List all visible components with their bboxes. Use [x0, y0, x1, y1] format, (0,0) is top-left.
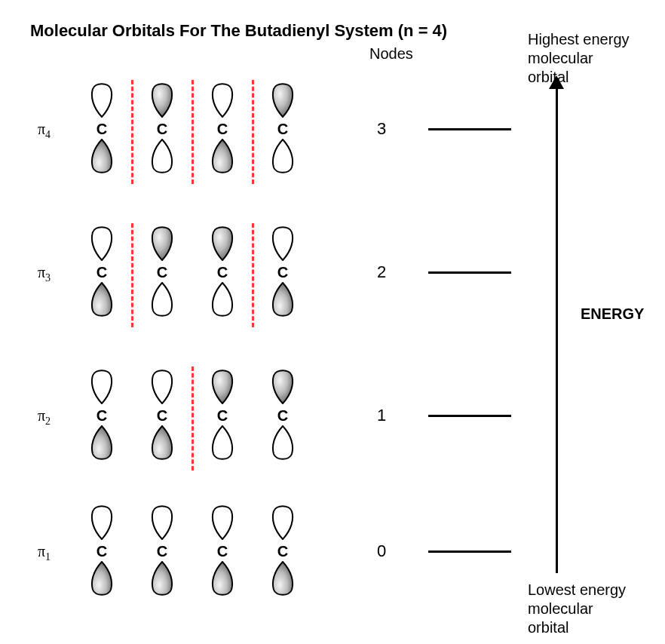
- p-orbital-lobe-top: [150, 80, 174, 118]
- node-count: 2: [377, 262, 386, 282]
- p-orbital-lobe-bottom: [150, 282, 174, 320]
- nodal-plane-line: [252, 223, 254, 327]
- p-orbital-lobe-bottom: [90, 561, 114, 599]
- orbital-column: C: [143, 498, 181, 611]
- orbital-column: C: [204, 75, 241, 189]
- carbon-atom-label: C: [264, 543, 302, 560]
- energy-level-line: [428, 415, 511, 417]
- nodal-plane-line: [252, 80, 254, 184]
- orbital-column: C: [143, 219, 181, 332]
- p-orbital-lobe-top: [210, 223, 234, 261]
- orbital-column: C: [264, 75, 302, 189]
- pi-label: π2: [38, 407, 51, 428]
- p-orbital-lobe-bottom: [90, 282, 114, 320]
- orbital-column: C: [143, 75, 181, 189]
- p-orbital-lobe-top: [90, 80, 114, 118]
- carbon-atom-label: C: [204, 407, 241, 425]
- p-orbital-lobe-bottom: [210, 139, 234, 176]
- carbon-atom-label: C: [143, 543, 181, 560]
- p-orbital-lobe-top: [90, 366, 114, 404]
- energy-level-line: [428, 550, 511, 553]
- orbital-group: CCCC: [83, 362, 324, 475]
- orbital-column: C: [264, 219, 302, 332]
- p-orbital-lobe-bottom: [90, 139, 114, 176]
- p-orbital-lobe-bottom: [150, 561, 174, 599]
- nodal-plane-line: [131, 80, 133, 184]
- orbital-row: π21CCCC: [0, 362, 665, 475]
- orbital-group: CCCC: [83, 219, 324, 332]
- carbon-atom-label: C: [264, 407, 302, 425]
- p-orbital-lobe-top: [90, 502, 114, 540]
- lowest-l3: orbital: [528, 619, 568, 636]
- p-orbital-lobe-top: [150, 502, 174, 540]
- highest-l2: molecular: [528, 50, 593, 66]
- p-orbital-lobe-bottom: [210, 282, 234, 320]
- p-orbital-lobe-bottom: [150, 425, 174, 463]
- node-count: 1: [377, 406, 386, 425]
- carbon-atom-label: C: [83, 543, 121, 560]
- carbon-atom-label: C: [143, 121, 181, 138]
- p-orbital-lobe-bottom: [271, 425, 295, 463]
- diagram-root: { "title": "Molecular Orbitals For The B…: [0, 0, 665, 644]
- p-orbital-lobe-top: [150, 366, 174, 404]
- orbital-row: π43CCCC: [0, 75, 665, 189]
- highest-l1: Highest energy: [528, 31, 630, 48]
- orbital-column: C: [143, 362, 181, 475]
- pi-label: π4: [38, 121, 51, 141]
- pi-label: π3: [38, 264, 51, 284]
- p-orbital-lobe-top: [210, 366, 234, 404]
- pi-label: π1: [38, 543, 51, 563]
- orbital-column: C: [83, 498, 121, 611]
- energy-level-line: [428, 271, 511, 274]
- nodal-plane-line: [192, 80, 194, 184]
- p-orbital-lobe-top: [90, 223, 114, 261]
- diagram-title: Molecular Orbitals For The Butadienyl Sy…: [30, 21, 447, 41]
- carbon-atom-label: C: [83, 407, 121, 425]
- p-orbital-lobe-bottom: [90, 425, 114, 463]
- orbital-column: C: [204, 219, 241, 332]
- p-orbital-lobe-top: [271, 223, 295, 261]
- energy-level-line: [428, 128, 511, 130]
- carbon-atom-label: C: [143, 407, 181, 425]
- p-orbital-lobe-top: [271, 502, 295, 540]
- orbital-row: π10CCCC: [0, 498, 665, 611]
- orbital-column: C: [204, 362, 241, 475]
- orbital-group: CCCC: [83, 75, 324, 189]
- nodal-plane-line: [131, 223, 133, 327]
- p-orbital-lobe-top: [150, 223, 174, 261]
- p-orbital-lobe-bottom: [210, 425, 234, 463]
- orbital-group: CCCC: [83, 498, 324, 611]
- orbital-column: C: [264, 498, 302, 611]
- p-orbital-lobe-top: [271, 80, 295, 118]
- p-orbital-lobe-bottom: [271, 282, 295, 320]
- carbon-atom-label: C: [83, 121, 121, 138]
- p-orbital-lobe-bottom: [271, 561, 295, 599]
- p-orbital-lobe-bottom: [150, 139, 174, 176]
- carbon-atom-label: C: [264, 264, 302, 281]
- orbital-column: C: [83, 75, 121, 189]
- p-orbital-lobe-top: [271, 366, 295, 404]
- nodal-plane-line: [192, 366, 194, 471]
- node-count: 0: [377, 541, 386, 561]
- nodes-header: Nodes: [369, 45, 413, 63]
- orbital-column: C: [83, 362, 121, 475]
- orbital-row: π32CCCC: [0, 219, 665, 332]
- orbital-column: C: [204, 498, 241, 611]
- carbon-atom-label: C: [143, 264, 181, 281]
- carbon-atom-label: C: [204, 121, 241, 138]
- carbon-atom-label: C: [204, 543, 241, 560]
- orbital-column: C: [83, 219, 121, 332]
- carbon-atom-label: C: [83, 264, 121, 281]
- p-orbital-lobe-top: [210, 502, 234, 540]
- node-count: 3: [377, 119, 386, 139]
- orbital-column: C: [264, 362, 302, 475]
- carbon-atom-label: C: [204, 264, 241, 281]
- p-orbital-lobe-bottom: [271, 139, 295, 176]
- p-orbital-lobe-bottom: [210, 561, 234, 599]
- p-orbital-lobe-top: [210, 80, 234, 118]
- carbon-atom-label: C: [264, 121, 302, 138]
